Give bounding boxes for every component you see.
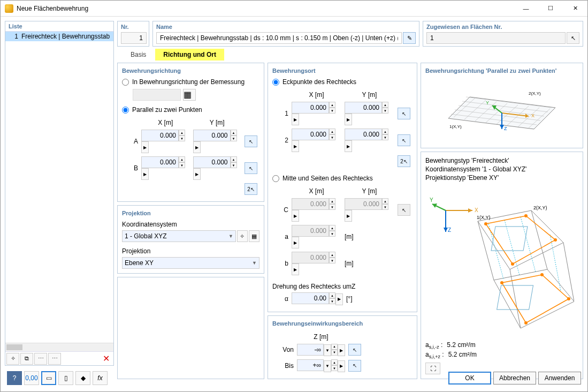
by-input[interactable]: 0.000 [193,156,231,168]
von-combo[interactable]: -∞ [297,344,324,356]
x1-input[interactable]: 0.000 [292,102,329,114]
res1-label: as,i,-z : [425,341,442,350]
svg-text:Y: Y [486,100,489,105]
pick-2-button[interactable]: ↖ [398,134,410,146]
effect-group-title: Bewehrungseinwirkungsbereich [272,320,413,327]
y2-input[interactable]: 0.000 [345,129,382,140]
name-input[interactable] [156,32,402,44]
arrow-button[interactable]: ▶ [141,141,149,153]
date-icon: ▦ [183,89,196,101]
svg-marker-44 [486,216,555,264]
list-header: Liste [5,21,113,32]
assign-label: Zugewiesen an Flächen Nr. [426,24,579,30]
coord-combo[interactable]: 1 - Global XYZ▼ [122,230,236,242]
svg-marker-26 [468,208,472,213]
pick-rect-button[interactable]: 2↖ [398,155,410,167]
nr-input[interactable] [121,32,147,44]
radio-corners[interactable]: Eckpunkte des Rechtecks [272,78,413,86]
list-item[interactable]: 1 Freirechteck | Bewehrungsstab [5,32,113,41]
scrollbar[interactable] [5,343,113,351]
view-button[interactable]: ◆ [75,371,90,385]
projection-group-title: Projektion [122,210,259,216]
tool1-button[interactable]: ⋯ [34,353,47,365]
nr-label: Nr. [121,24,146,30]
assign-input[interactable] [426,32,566,44]
pick-von-button[interactable]: ↖ [348,344,361,356]
pick-both-button[interactable]: 2↖ [245,183,257,195]
svg-point-48 [554,238,557,242]
svg-line-43 [550,235,561,291]
svg-point-51 [540,273,544,276]
svg-point-53 [524,321,528,325]
app-icon [5,4,13,13]
pick-1-button[interactable]: ↖ [398,108,410,119]
tool2-button[interactable]: ⋯ [48,353,61,365]
name-label: Name [156,24,416,30]
new-item-button[interactable]: ✧ [6,353,19,365]
close-button[interactable]: ✕ [563,1,587,17]
ok-button[interactable]: OK [448,372,491,385]
svg-marker-34 [478,210,563,269]
coord-label: Koordinatensystem [122,221,259,228]
svg-text:X: X [475,207,478,213]
a-input: 0.000 [292,225,329,237]
svg-text:2(X,Y): 2(X,Y) [533,205,547,210]
svg-point-52 [567,297,570,300]
svg-text:1(X,Y): 1(X,Y) [477,215,491,220]
pick-surfaces-button[interactable]: ↖ [567,32,579,44]
radio-center[interactable]: Mitte und Seiten des Rechtecks [272,175,413,182]
cy-input: 0.000 [345,198,382,210]
radio-parallel[interactable]: Parallel zu zwei Punkten [122,106,259,114]
svg-text:Y: Y [430,197,433,203]
window-title: Neue Flächenbewehrung [17,5,514,12]
svg-text:X: X [531,113,534,118]
svg-marker-45 [502,275,569,323]
svg-text:Z: Z [448,227,451,233]
res2-label: as,i,+z : [425,351,444,359]
proj-combo[interactable]: Ebene XY▼ [122,257,259,269]
x2-input[interactable]: 0.000 [292,129,329,140]
copy-item-button[interactable]: ⧉ [20,353,33,365]
pick-c-button: ↖ [398,204,410,216]
preview2-line2: Koordinatensystem '1 - Global XYZ' [425,165,578,173]
edit-cs-button[interactable]: ▦ [249,230,259,242]
apply-button[interactable]: Anwenden [538,372,581,385]
delete-item-button[interactable]: ✕ [100,353,112,365]
svg-line-38 [563,243,574,301]
pick-a-button[interactable]: ↖ [245,135,257,147]
y1-input[interactable]: 0.000 [345,102,382,114]
svg-text:1(X,Y): 1(X,Y) [449,124,462,129]
svg-line-37 [531,210,547,269]
svg-line-42 [521,217,536,272]
preview1-title: Bewehrungsrichtung 'Parallel zu zwei Pun… [425,67,578,74]
fx-button[interactable]: fx [93,371,108,385]
mode2-button[interactable]: ▯ [58,371,73,385]
pick-b-button[interactable]: ↖ [245,162,257,174]
tab-direction[interactable]: Richtung und Ort [155,49,224,61]
cancel-button[interactable]: Abbrechen [493,372,536,385]
location-group-title: Bewehrungsort [272,67,413,74]
cx-input: 0.000 [292,198,329,210]
svg-point-47 [524,214,528,217]
tab-basis[interactable]: Basis [123,49,154,61]
svg-text:Z: Z [504,126,507,131]
bx-input[interactable]: 0.000 [141,156,179,168]
help-button[interactable]: ? [7,371,22,385]
alpha-input[interactable]: 0.00 [292,292,329,304]
svg-rect-54 [491,227,528,251]
new-cs-button[interactable]: ✧ [237,230,248,242]
maximize-button[interactable]: ☐ [538,1,563,17]
radio-bemessung[interactable]: In Bewehrungsrichtung der Bemessung [122,78,259,86]
edit-name-button[interactable]: ✎ [403,32,416,44]
svg-line-40 [488,224,503,279]
ay-input[interactable]: 0.000 [193,130,231,141]
minimize-button[interactable]: — [514,1,538,17]
spinner[interactable]: ▲▼ [179,130,185,141]
mode1-button[interactable]: ▭ [41,371,56,385]
preview2-image: X Y Z [425,182,578,341]
units-button[interactable]: 0,00 [24,371,39,385]
svg-point-46 [484,222,487,225]
direction-group-title: Bewehrungsrichtung [122,67,259,74]
preview1-image: X Y Z 1(X,Y)2(X,Y) [425,77,578,144]
ax-input[interactable]: 0.000 [141,130,179,141]
